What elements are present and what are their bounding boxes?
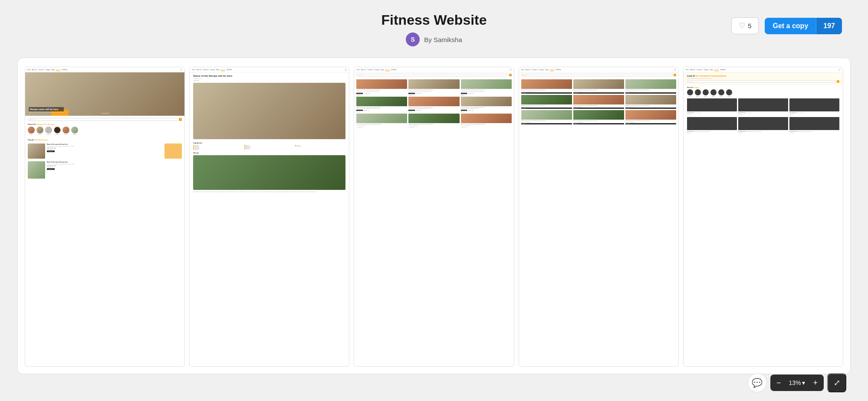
mini-cart-icon-2: 🛒: [345, 68, 347, 71]
mini-nav-links-4: Home About Us Contact Us Category Blogs …: [521, 69, 561, 71]
mini-page-3: Home About Us Contact Us Category Blogs …: [354, 67, 513, 366]
grid-item-8: Name of the recipe will be here Name of …: [408, 114, 459, 128]
read-btn-g5[interactable]: Read Recipe: [408, 110, 414, 111]
circle-item-4[interactable]: Category 5: [710, 89, 717, 97]
circle-item-2[interactable]: Category 2: [695, 89, 701, 97]
recipe-grid-3: Name of the recipe will be here Name of …: [356, 79, 511, 128]
detail-name: -Name here: [193, 80, 345, 81]
circle-item-3[interactable]: Category 4: [703, 89, 709, 97]
mini-cart-icon: 🛒: [180, 68, 182, 71]
category-item-2[interactable]: Category 2: [36, 127, 43, 135]
grid-item-1: Name of the recipe will be here Name of …: [356, 79, 407, 95]
mini-nav-links-1: Home About Us Contact Us Category Blogs …: [27, 69, 67, 71]
category-item-1[interactable]: Category 1: [28, 127, 35, 135]
zoom-group: − 13% ▾ +: [770, 375, 824, 391]
video-item-9: Name of the recipe will be here Name of …: [625, 110, 676, 124]
search-btn-3[interactable]: 🔍: [509, 74, 512, 76]
play-btn-3[interactable]: Play Video: [625, 92, 676, 94]
play-btn-6[interactable]: Play Video: [625, 108, 676, 109]
read-btn-g6[interactable]: Novel Recipe: [461, 110, 467, 111]
zoom-chevron-icon[interactable]: ▾: [802, 379, 805, 386]
dot-3: [105, 113, 107, 114]
zoom-out-button[interactable]: −: [770, 375, 787, 391]
blocks-grid-1: Name of the client Lorem ipsum dolor sit…: [684, 98, 843, 116]
hero-title: Recipe name will be here: [29, 107, 64, 111]
video-item-2: Name of the recipe will be here Name of …: [573, 79, 624, 94]
page-frame-2: Home About Us Contact Us Category Blogs …: [189, 67, 349, 367]
dot-2: [103, 113, 105, 114]
play-btn-4[interactable]: Play Video: [521, 108, 572, 109]
video-item-1: Name of the recipe will be here Name of …: [521, 79, 572, 94]
category-item-3[interactable]: Category 3: [45, 127, 52, 135]
video-item-7: Name of the recipe will be here Name of …: [521, 110, 572, 124]
category-select: Select the Category: [684, 85, 843, 89]
ingredients-title: Ingridients: [193, 142, 345, 144]
zoom-level-display: 13% ▾: [787, 379, 807, 386]
search-btn-5[interactable]: [837, 80, 839, 83]
grid-item-9: Name of the recipe will be here Name of …: [461, 114, 512, 128]
grid-item-7: Name of the recipe will be here Name of …: [356, 114, 407, 128]
mini-page-5: Home About Us Contact Us Category Blogs …: [684, 67, 843, 366]
recipe-card-1: Name of the recipe will come here Lorem …: [25, 142, 184, 160]
hero-text: Lorem ipsum dolor sit amet, consectetur …: [29, 112, 64, 113]
play-btn-9[interactable]: Play Video: [625, 123, 676, 124]
chat-button[interactable]: 💬: [748, 373, 767, 392]
category-item-4[interactable]: Category 4: [54, 127, 61, 135]
grid-item-2: Name of the recipe will be here Name of …: [408, 79, 459, 95]
read-btn-g1[interactable]: Read Recipe: [356, 93, 362, 94]
circle-item-5[interactable]: Category 3: [718, 89, 724, 97]
recipe-date-2: 21 January, 2022: [47, 166, 182, 167]
mini-nav-2: Home About Us Contact Us Category Blogs …: [190, 67, 349, 72]
recipe-title-2: Name of the recipe will come here: [47, 161, 182, 163]
recipe-text-2: Lorem ipsum dolor sit amet, consectetur …: [47, 163, 182, 165]
popular-title: Popular Healthy Recipes: [25, 137, 184, 142]
like-button[interactable]: ♡ 5: [731, 17, 759, 34]
dot-4: [108, 113, 109, 114]
read-recipe-btn-1[interactable]: Read Recipe: [47, 150, 55, 152]
video-item-4: Name of the recipe will be here Name of …: [521, 95, 572, 109]
search-box-1[interactable]: Search here...: [28, 118, 178, 121]
category-item-5[interactable]: Category 5: [62, 127, 69, 135]
ingredient-col-2: Rice (Qty) Tomato (Qty) Lemon (Qty) Chic…: [244, 145, 295, 150]
mini-cart-icon-5: 🛒: [838, 68, 841, 71]
cat-circle-6: [71, 127, 78, 134]
circle-item-1[interactable]: Category 1: [687, 89, 693, 97]
copy-count: 197: [816, 18, 842, 34]
like-count: 5: [748, 22, 751, 29]
hero-dots: [101, 113, 109, 114]
recipe-text-1: Lorem ipsum dolor sit amet, consectetur …: [47, 146, 162, 147]
mini-nav-3: Home About Us Contact Us Category Blogs …: [354, 67, 513, 72]
video-grid-4: Name of the recipe will be here Name of …: [521, 79, 676, 124]
get-copy-button[interactable]: Get a copy 197: [765, 18, 842, 34]
search-button-1[interactable]: 🔍: [179, 118, 182, 121]
read-btn-g4[interactable]: Read Recipe: [356, 110, 362, 111]
circle-item-6[interactable]: Category 6: [726, 89, 732, 97]
search-btn-4[interactable]: [674, 74, 676, 76]
detail-title: Name of the Recipe will be here: [193, 75, 345, 77]
recipe-body-text: Lorem ipsum dolor sit amet, consectetur …: [193, 191, 345, 192]
play-btn-5[interactable]: Play Video: [573, 108, 624, 109]
play-btn-8[interactable]: Play Video: [573, 123, 624, 124]
mini-cart-icon-3: 🛒: [510, 68, 512, 71]
mini-page-4: Home About Us Contact Us Category Blogs …: [519, 67, 678, 366]
cat-circle-4: [54, 127, 61, 134]
search-input-4[interactable]: Search here...: [521, 74, 673, 76]
play-btn-2[interactable]: Play Video: [573, 92, 624, 94]
read-btn-g3[interactable]: Read Recipe: [461, 93, 467, 94]
zoom-in-button[interactable]: +: [807, 375, 824, 391]
author-row: S By Samiksha: [0, 33, 868, 46]
search-input-5[interactable]: Search here...: [687, 80, 836, 83]
author-name: By Samiksha: [424, 36, 462, 43]
mini-nav-4: Home About Us Contact Us Category Blogs …: [519, 67, 678, 72]
play-btn-7[interactable]: Play Video: [521, 123, 572, 124]
expand-button[interactable]: ⤢: [827, 373, 846, 392]
read-btn-g2[interactable]: Read Recipe: [408, 93, 414, 94]
play-btn-1[interactable]: Play Video: [521, 92, 572, 94]
search-input-3[interactable]: Search here...: [356, 74, 508, 76]
recipe-section-label: Recipe: [193, 152, 345, 154]
ingredient-col-1: Rice (Qty) Tomato (Qty) Lemon (Qty) Chic…: [193, 145, 243, 150]
category-item-6[interactable]: Category 6: [71, 127, 78, 135]
page-frame-4: Home About Us Contact Us Category Blogs …: [519, 67, 679, 367]
read-recipe-btn-2[interactable]: Read Recipe: [47, 168, 55, 170]
video-item-8: Name of the recipe will be here Name of …: [573, 110, 624, 124]
